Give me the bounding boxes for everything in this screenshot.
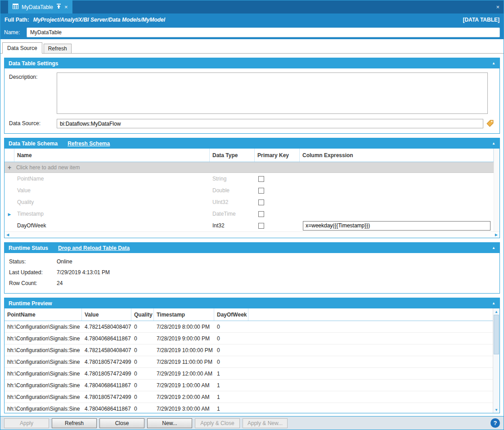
tab-refresh-label: Refresh bbox=[48, 45, 67, 52]
preview-row[interactable]: hh:\Configuration\Signals:Sine 4.7801805… bbox=[4, 368, 493, 380]
settings-body: Description: Data Source: bbox=[4, 68, 500, 133]
tag-browse-icon[interactable] bbox=[486, 120, 494, 128]
new-button[interactable]: New... bbox=[147, 418, 192, 428]
preview-quality-cell: 0 bbox=[131, 347, 154, 353]
preview-header-quality[interactable]: Quality bbox=[131, 308, 154, 321]
primary-key-checkbox[interactable] bbox=[258, 188, 264, 194]
page-tabs: Data Source Refresh bbox=[0, 42, 504, 54]
preview-dayofweek-cell: 1 bbox=[214, 371, 248, 377]
primary-key-checkbox[interactable] bbox=[258, 199, 264, 205]
help-button[interactable]: ? bbox=[490, 418, 500, 428]
schema-header-data-type[interactable]: Data Type bbox=[210, 149, 255, 162]
preview-row[interactable]: hh:\Configuration\Signals:Sine 4.7804068… bbox=[4, 403, 493, 413]
close-button[interactable]: Close bbox=[99, 418, 144, 428]
window-close-icon[interactable]: × bbox=[496, 4, 504, 10]
preview-quality-cell: 0 bbox=[131, 382, 154, 389]
document-tab-mydatatable[interactable]: MyDataTable × bbox=[8, 0, 72, 14]
schema-pk-cell bbox=[255, 222, 300, 229]
primary-key-checkbox[interactable] bbox=[258, 223, 264, 229]
runtime-preview-section: Runtime Preview ▲ PointName Value Qualit… bbox=[4, 298, 500, 413]
preview-header-value[interactable]: Value bbox=[82, 308, 131, 321]
preview-row[interactable]: hh:\Configuration\Signals:Sine 4.7804068… bbox=[4, 333, 493, 344]
schema-header-name[interactable]: Name bbox=[14, 149, 210, 162]
preview-vertical-scrollbar[interactable]: ▲ ▼ bbox=[493, 308, 500, 413]
schema-horizontal-scrollbar[interactable]: ◀ ▶ bbox=[4, 231, 500, 238]
collapse-icon[interactable]: ▲ bbox=[492, 61, 495, 65]
preview-quality-cell: 0 bbox=[131, 359, 154, 365]
primary-key-checkbox[interactable] bbox=[258, 211, 264, 217]
collapse-icon[interactable]: ▲ bbox=[492, 141, 495, 145]
name-bar: Name: bbox=[0, 26, 504, 39]
runtime-status-header: Runtime Status Drop and Reload Table Dat… bbox=[4, 243, 500, 253]
drop-reload-link[interactable]: Drop and Reload Table Data bbox=[58, 245, 130, 251]
tab-data-source[interactable]: Data Source bbox=[2, 42, 42, 54]
scroll-down-icon[interactable]: ▼ bbox=[493, 407, 500, 413]
schema-name-cell: Timestamp bbox=[14, 211, 210, 217]
preview-row[interactable]: hh:\Configuration\Signals:Sine 4.7804068… bbox=[4, 380, 493, 391]
preview-row[interactable]: hh:\Configuration\Signals:Sine 4.7821458… bbox=[4, 321, 493, 333]
preview-timestamp-cell: 7/29/2019 3:00:00 AM bbox=[154, 406, 214, 412]
preview-pointname-cell: hh:\Configuration\Signals:Sine bbox=[4, 371, 82, 377]
schema-row-value[interactable]: Value Double bbox=[4, 185, 494, 196]
schema-row-timestamp[interactable]: ▶ Timestamp DateTime bbox=[4, 208, 494, 220]
preview-header-pointname[interactable]: PointName bbox=[4, 308, 82, 321]
scroll-up-icon[interactable]: ▲ bbox=[493, 308, 500, 315]
runtime-status-section: Runtime Status Drop and Reload Table Dat… bbox=[4, 242, 500, 294]
schema-header-column-expression[interactable]: Column Expression bbox=[300, 149, 494, 162]
runtime-preview-header: Runtime Preview ▲ bbox=[4, 298, 500, 308]
preview-pointname-cell: hh:\Configuration\Signals:Sine bbox=[4, 335, 82, 342]
apply-button[interactable]: Apply bbox=[4, 418, 49, 428]
preview-row[interactable]: hh:\Configuration\Signals:Sine 4.7821458… bbox=[4, 344, 493, 356]
schema-type-cell: String bbox=[210, 176, 255, 182]
schema-row-quality[interactable]: Quality UInt32 bbox=[4, 196, 494, 208]
runtime-status-body: Status: Online Last Updated: 7/29/2019 4… bbox=[4, 253, 500, 293]
refresh-schema-link[interactable]: Refresh Schema bbox=[68, 140, 110, 147]
refresh-button[interactable]: Refresh bbox=[52, 418, 97, 428]
schema-row-dayofweek[interactable]: DayOfWeek Int32 bbox=[4, 220, 494, 231]
preview-header-dayofweek[interactable]: DayOfWeek bbox=[214, 308, 248, 321]
schema-header-primary-key[interactable]: Primary Key bbox=[255, 149, 300, 162]
scrollbar-thumb[interactable] bbox=[494, 315, 499, 354]
preview-row[interactable]: hh:\Configuration\Signals:Sine 4.7801805… bbox=[4, 356, 493, 368]
data-source-input[interactable] bbox=[57, 119, 483, 128]
scroll-right-icon[interactable]: ▶ bbox=[495, 233, 498, 237]
tab-close-icon[interactable]: × bbox=[64, 4, 68, 10]
add-icon: + bbox=[4, 164, 14, 171]
apply-and-new-button[interactable]: Apply & New... bbox=[243, 418, 288, 428]
schema-section-header: Data Table Schema Refresh Schema ▲ bbox=[4, 138, 500, 149]
preview-dayofweek-cell: 1 bbox=[214, 382, 248, 389]
column-expression-input[interactable] bbox=[303, 221, 490, 231]
preview-value-cell: 4.78214580408407 bbox=[82, 347, 131, 353]
scrollbar-track[interactable] bbox=[493, 315, 500, 407]
collapse-icon[interactable]: ▲ bbox=[492, 246, 495, 250]
primary-key-checkbox[interactable] bbox=[258, 176, 264, 182]
footer-bar: Apply Refresh Close New... Apply & Close… bbox=[0, 416, 504, 430]
apply-and-close-button[interactable]: Apply & Close bbox=[195, 418, 240, 428]
schema-row-pointname[interactable]: PointName String bbox=[4, 173, 494, 185]
preview-timestamp-cell: 7/28/2019 10:00:00 PM bbox=[154, 347, 214, 353]
tab-refresh[interactable]: Refresh bbox=[44, 44, 72, 53]
preview-grid-main: PointName Value Quality Timestamp DayOfW… bbox=[4, 308, 493, 413]
preview-row[interactable]: hh:\Configuration\Signals:Sine 4.7801805… bbox=[4, 391, 493, 403]
preview-pointname-cell: hh:\Configuration\Signals:Sine bbox=[4, 359, 82, 365]
preview-header-filler bbox=[248, 308, 493, 321]
preview-timestamp-cell: 7/28/2019 11:00:00 PM bbox=[154, 359, 214, 365]
preview-header-timestamp[interactable]: Timestamp bbox=[154, 308, 214, 321]
schema-expression-cell bbox=[300, 221, 494, 231]
schema-name-cell: Value bbox=[14, 187, 210, 194]
pin-icon[interactable] bbox=[56, 4, 61, 10]
schema-pk-cell bbox=[255, 199, 300, 205]
preview-value-cell: 4.78040686411867 bbox=[82, 382, 131, 389]
add-new-item-row[interactable]: + Click here to add new item bbox=[4, 162, 494, 173]
document-tab-title: MyDataTable bbox=[22, 4, 53, 10]
preview-timestamp-cell: 7/29/2019 2:00:00 AM bbox=[154, 394, 214, 400]
preview-value-cell: 4.78214580408407 bbox=[82, 324, 131, 330]
scroll-left-icon[interactable]: ◀ bbox=[6, 233, 9, 237]
collapse-icon[interactable]: ▲ bbox=[492, 301, 495, 305]
description-input[interactable] bbox=[57, 72, 488, 114]
schema-vertical-scrollbar[interactable] bbox=[494, 149, 500, 231]
full-path-label: Full Path: bbox=[4, 17, 29, 23]
name-input[interactable] bbox=[27, 27, 500, 37]
full-path-value: MyProject/AnalytiX/BI Server/Data Models… bbox=[33, 17, 165, 23]
preview-pointname-cell: hh:\Configuration\Signals:Sine bbox=[4, 394, 82, 400]
